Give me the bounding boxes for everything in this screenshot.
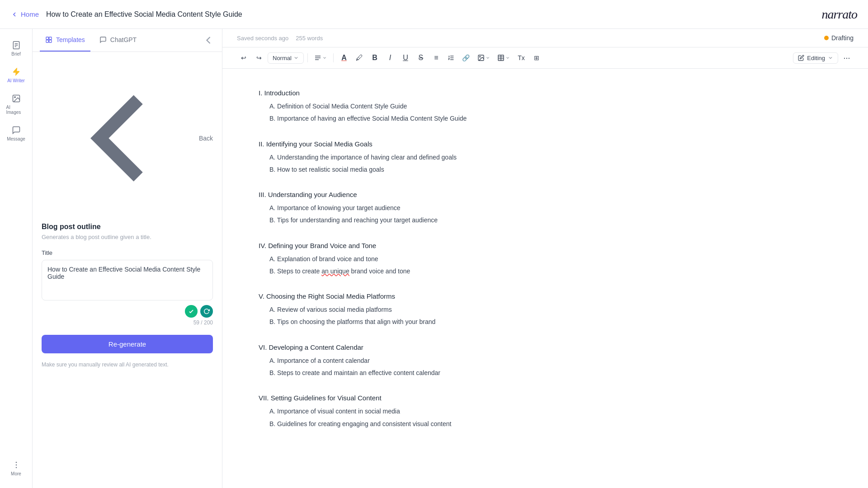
align-chevron-icon <box>322 56 327 60</box>
outline-sub-6a: A. Importance of a content calendar <box>259 355 832 366</box>
sidebar-item-message[interactable]: Message <box>3 121 30 146</box>
table-chevron-icon <box>505 56 510 60</box>
editor-meta: Saved seconds ago 255 words Drafting <box>222 29 868 47</box>
title-field-label: Title <box>42 249 213 256</box>
outline-main-2: II. Identifying your Social Media Goals <box>259 138 832 150</box>
confirm-btn[interactable] <box>185 305 198 318</box>
tab-templates[interactable]: Templates <box>40 29 90 52</box>
toolbar-divider-2 <box>333 53 334 62</box>
sidebar-item-ai-writer[interactable]: AI Writer <box>3 63 30 88</box>
outline-section-5: V. Choosing the Right Social Media Platf… <box>259 290 832 328</box>
numbered-list-icon <box>448 54 455 61</box>
tab-chatgpt[interactable]: ChatGPT <box>94 29 142 52</box>
editor-area: Saved seconds ago 255 words Drafting ↩ ↪… <box>222 29 868 488</box>
align-btn[interactable] <box>311 52 330 63</box>
saved-text: Saved seconds ago <box>237 35 288 42</box>
sidebar-item-ai-images[interactable]: AI Images <box>3 89 30 119</box>
pencil-icon <box>798 55 804 61</box>
outline-sub-3b: B. Tips for understanding and reaching y… <box>259 215 832 226</box>
sidebar-item-brief[interactable]: Brief <box>3 36 30 61</box>
more-options-btn[interactable]: ··· <box>840 51 854 65</box>
panel-heading: Blog post outline <box>42 223 213 231</box>
outline-sub-3a: A. Importance of knowing your target aud… <box>259 202 832 214</box>
title-input[interactable]: How to Create an Effective Social Media … <box>42 260 213 300</box>
back-button[interactable]: Back <box>42 61 213 216</box>
underline-btn[interactable]: U <box>399 51 412 65</box>
panel-content: Back Blog post outline Generates a blog … <box>33 52 222 488</box>
sidebar-item-more[interactable]: More <box>3 456 30 481</box>
outline-sub-1a: A. Definition of Social Media Content St… <box>259 101 832 112</box>
message-label: Message <box>7 136 25 141</box>
editor-content[interactable]: I. Introduction A. Definition of Social … <box>222 69 868 488</box>
table-icon <box>497 54 505 61</box>
outline-main-1: I. Introduction <box>259 87 832 99</box>
file-icon <box>12 41 21 50</box>
svg-rect-11 <box>46 40 48 42</box>
panel-tabs: Templates ChatGPT <box>33 29 222 52</box>
outline-main-4: IV. Defining your Brand Voice and Tone <box>259 239 832 252</box>
outline-section-2: II. Identifying your Social Media Goals … <box>259 138 832 175</box>
svg-rect-12 <box>49 40 52 42</box>
bullet-list-btn[interactable]: ≡ <box>429 51 443 65</box>
style-chevron-icon <box>293 55 299 61</box>
highlight-btn[interactable]: 🖊 <box>353 51 366 65</box>
outline-section-7: VII. Setting Guidelines for Visual Conte… <box>259 392 832 429</box>
outline-main-3: III. Understanding your Audience <box>259 188 832 201</box>
svg-rect-9 <box>46 37 48 39</box>
table-btn[interactable] <box>495 52 513 63</box>
lightning-icon <box>12 67 21 76</box>
top-bar: Home How to Create an Effective Social M… <box>0 0 868 29</box>
regenerate-button[interactable]: Re-generate <box>42 335 213 353</box>
outline-sub-2a: A. Understanding the importance of havin… <box>259 152 832 163</box>
refresh-icon <box>203 308 210 314</box>
clear-format-btn[interactable]: Tx <box>514 51 528 65</box>
ai-images-label: AI Images <box>6 105 26 115</box>
image-btn[interactable] <box>475 52 493 63</box>
image-toolbar-icon <box>477 54 485 61</box>
image-chevron-icon <box>486 56 490 60</box>
outline-sub-4b: B. Steps to create an unique brand voice… <box>259 266 832 277</box>
strikethrough-btn[interactable]: S <box>414 51 428 65</box>
chevron-left-icon <box>202 34 215 47</box>
top-bar-left: Home How to Create an Effective Social M… <box>11 10 242 19</box>
narrato-logo: narrato <box>821 7 857 22</box>
columns-btn[interactable]: ⊞ <box>530 51 543 65</box>
home-link[interactable]: Home <box>11 10 39 18</box>
back-chevron-icon <box>42 61 196 216</box>
svg-point-20 <box>480 56 481 57</box>
back-label: Back <box>199 135 213 142</box>
editor-meta-left: Saved seconds ago 255 words <box>237 35 323 42</box>
bold-btn[interactable]: B <box>368 51 382 65</box>
refresh-btn[interactable] <box>200 305 213 318</box>
char-count: 59 / 200 <box>42 319 213 326</box>
redo-button[interactable]: ↪ <box>252 51 266 65</box>
editing-select[interactable]: Editing <box>793 52 838 64</box>
panel: Templates ChatGPT Back Blog post outline… <box>33 29 222 488</box>
ai-writer-label: AI Writer <box>7 78 25 83</box>
message-icon <box>12 126 21 135</box>
style-select[interactable]: Normal <box>268 52 304 64</box>
chevron-left-icon <box>11 11 18 18</box>
numbered-list-btn[interactable] <box>445 52 458 63</box>
svg-point-6 <box>15 462 17 463</box>
outline-sub-5b: B. Tips on choosing the platforms that a… <box>259 316 832 328</box>
panel-collapse-btn[interactable] <box>202 34 215 47</box>
main-layout: Brief AI Writer AI Images Message More T… <box>0 29 868 488</box>
sidebar-icons: Brief AI Writer AI Images Message More <box>0 29 33 488</box>
outline-main-5: V. Choosing the Right Social Media Platf… <box>259 290 832 302</box>
italic-btn[interactable]: I <box>383 51 397 65</box>
editing-label: Editing <box>807 55 825 61</box>
outline-section-1: I. Introduction A. Definition of Social … <box>259 87 832 124</box>
text-color-btn[interactable]: A <box>337 51 351 65</box>
panel-subheading: Generates a blog post outline given a ti… <box>42 234 213 240</box>
svg-rect-10 <box>49 37 52 39</box>
spelling-error: an unique <box>321 267 349 275</box>
align-icon <box>314 54 321 61</box>
link-btn[interactable]: 🔗 <box>459 51 473 65</box>
toolbar: ↩ ↪ Normal A 🖊 B I U S ≡ 🔗 <box>222 47 868 69</box>
style-select-label: Normal <box>273 55 292 61</box>
outline-sub-6b: B. Steps to create and maintain an effec… <box>259 367 832 379</box>
drafting-badge: Drafting <box>824 34 854 42</box>
templates-icon <box>45 36 52 43</box>
undo-button[interactable]: ↩ <box>237 51 250 65</box>
